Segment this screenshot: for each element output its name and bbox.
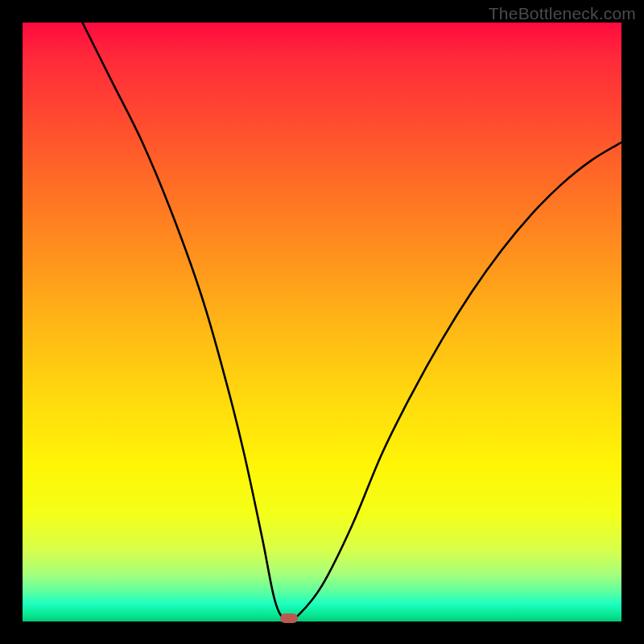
watermark-text: TheBottleneck.com [489,4,636,23]
curve-svg [23,23,621,621]
chart-frame: TheBottleneck.com [0,0,644,644]
bottleneck-curve [82,23,621,621]
plot-area [23,23,621,621]
optimal-marker [280,613,298,623]
